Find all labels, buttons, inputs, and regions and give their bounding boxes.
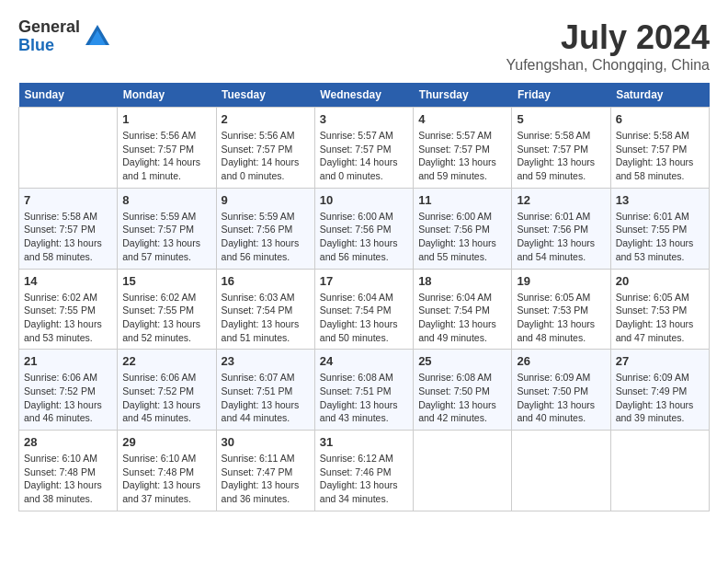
day-number: 20 <box>616 274 704 288</box>
day-info: Sunrise: 5:58 AM Sunset: 7:57 PM Dayligh… <box>616 129 704 183</box>
column-header-saturday: Saturday <box>610 83 709 108</box>
column-header-monday: Monday <box>118 83 216 108</box>
day-cell: 23Sunrise: 6:07 AM Sunset: 7:51 PM Dayli… <box>216 350 314 431</box>
day-cell: 1Sunrise: 5:56 AM Sunset: 7:57 PM Daylig… <box>118 108 216 189</box>
day-number: 13 <box>616 193 704 207</box>
day-cell: 19Sunrise: 6:05 AM Sunset: 7:53 PM Dayli… <box>512 269 610 350</box>
day-number: 26 <box>517 354 605 368</box>
day-info: Sunrise: 6:06 AM Sunset: 7:52 PM Dayligh… <box>24 371 112 425</box>
day-info: Sunrise: 6:00 AM Sunset: 7:56 PM Dayligh… <box>418 210 506 264</box>
day-info: Sunrise: 5:58 AM Sunset: 7:57 PM Dayligh… <box>517 129 605 183</box>
day-info: Sunrise: 5:56 AM Sunset: 7:57 PM Dayligh… <box>122 129 210 183</box>
day-number: 27 <box>616 354 704 368</box>
week-row-5: 28Sunrise: 6:10 AM Sunset: 7:48 PM Dayli… <box>19 431 710 511</box>
day-info: Sunrise: 5:57 AM Sunset: 7:57 PM Dayligh… <box>320 129 408 183</box>
day-cell: 14Sunrise: 6:02 AM Sunset: 7:55 PM Dayli… <box>19 269 118 350</box>
day-cell: 31Sunrise: 6:12 AM Sunset: 7:46 PM Dayli… <box>314 431 413 511</box>
day-cell: 21Sunrise: 6:06 AM Sunset: 7:52 PM Dayli… <box>19 350 118 431</box>
day-number: 29 <box>122 435 210 449</box>
day-info: Sunrise: 6:00 AM Sunset: 7:56 PM Dayligh… <box>320 210 408 264</box>
day-cell: 7Sunrise: 5:58 AM Sunset: 7:57 PM Daylig… <box>19 188 118 269</box>
day-info: Sunrise: 6:04 AM Sunset: 7:54 PM Dayligh… <box>418 291 506 345</box>
day-number: 25 <box>418 354 506 368</box>
day-cell: 13Sunrise: 6:01 AM Sunset: 7:55 PM Dayli… <box>610 188 709 269</box>
day-cell <box>414 431 512 511</box>
day-cell: 8Sunrise: 5:59 AM Sunset: 7:57 PM Daylig… <box>118 188 216 269</box>
day-info: Sunrise: 6:05 AM Sunset: 7:53 PM Dayligh… <box>517 291 605 345</box>
day-info: Sunrise: 6:01 AM Sunset: 7:56 PM Dayligh… <box>517 210 605 264</box>
day-cell: 28Sunrise: 6:10 AM Sunset: 7:48 PM Dayli… <box>19 431 118 511</box>
day-info: Sunrise: 5:56 AM Sunset: 7:57 PM Dayligh… <box>222 129 310 183</box>
logo-general: General <box>18 18 80 37</box>
day-info: Sunrise: 6:09 AM Sunset: 7:49 PM Dayligh… <box>616 371 704 425</box>
day-cell: 30Sunrise: 6:11 AM Sunset: 7:47 PM Dayli… <box>216 431 314 511</box>
day-info: Sunrise: 6:01 AM Sunset: 7:55 PM Dayligh… <box>616 210 704 264</box>
day-number: 16 <box>222 274 310 288</box>
day-number: 24 <box>320 354 408 368</box>
location-title: Yufengshan, Chongqing, China <box>506 57 710 74</box>
day-cell: 4Sunrise: 5:57 AM Sunset: 7:57 PM Daylig… <box>414 108 512 189</box>
day-number: 4 <box>418 112 506 126</box>
column-header-thursday: Thursday <box>414 83 512 108</box>
day-cell: 27Sunrise: 6:09 AM Sunset: 7:49 PM Dayli… <box>610 350 709 431</box>
day-number: 5 <box>517 112 605 126</box>
calendar-table: SundayMondayTuesdayWednesdayThursdayFrid… <box>18 83 710 511</box>
day-number: 28 <box>24 435 112 449</box>
day-cell: 12Sunrise: 6:01 AM Sunset: 7:56 PM Dayli… <box>512 188 610 269</box>
day-info: Sunrise: 6:10 AM Sunset: 7:48 PM Dayligh… <box>24 452 112 506</box>
column-header-friday: Friday <box>512 83 610 108</box>
column-header-tuesday: Tuesday <box>216 83 314 108</box>
day-cell: 5Sunrise: 5:58 AM Sunset: 7:57 PM Daylig… <box>512 108 610 189</box>
day-number: 15 <box>122 274 210 288</box>
day-info: Sunrise: 6:05 AM Sunset: 7:53 PM Dayligh… <box>616 291 704 345</box>
day-number: 22 <box>122 354 210 368</box>
day-info: Sunrise: 6:02 AM Sunset: 7:55 PM Dayligh… <box>24 291 112 345</box>
day-cell: 15Sunrise: 6:02 AM Sunset: 7:55 PM Dayli… <box>118 269 216 350</box>
column-header-wednesday: Wednesday <box>314 83 413 108</box>
day-number: 3 <box>320 112 408 126</box>
day-number: 14 <box>24 274 112 288</box>
day-number: 11 <box>418 193 506 207</box>
day-number: 12 <box>517 193 605 207</box>
day-cell: 2Sunrise: 5:56 AM Sunset: 7:57 PM Daylig… <box>216 108 314 189</box>
day-number: 21 <box>24 354 112 368</box>
day-number: 31 <box>320 435 408 449</box>
day-info: Sunrise: 5:59 AM Sunset: 7:57 PM Dayligh… <box>122 210 210 264</box>
day-cell: 17Sunrise: 6:04 AM Sunset: 7:54 PM Dayli… <box>314 269 413 350</box>
day-number: 10 <box>320 193 408 207</box>
day-info: Sunrise: 6:11 AM Sunset: 7:47 PM Dayligh… <box>222 452 310 506</box>
day-number: 6 <box>616 112 704 126</box>
page-header: General Blue July 2024 Yufengshan, Chong… <box>18 18 710 74</box>
day-number: 30 <box>222 435 310 449</box>
day-number: 2 <box>222 112 310 126</box>
week-row-4: 21Sunrise: 6:06 AM Sunset: 7:52 PM Dayli… <box>19 350 710 431</box>
day-info: Sunrise: 6:08 AM Sunset: 7:50 PM Dayligh… <box>418 371 506 425</box>
day-info: Sunrise: 5:59 AM Sunset: 7:56 PM Dayligh… <box>222 210 310 264</box>
calendar-header-row: SundayMondayTuesdayWednesdayThursdayFrid… <box>19 83 710 108</box>
day-number: 1 <box>122 112 210 126</box>
day-number: 9 <box>222 193 310 207</box>
column-header-sunday: Sunday <box>19 83 118 108</box>
day-info: Sunrise: 6:10 AM Sunset: 7:48 PM Dayligh… <box>122 452 210 506</box>
day-cell: 29Sunrise: 6:10 AM Sunset: 7:48 PM Dayli… <box>118 431 216 511</box>
day-cell: 24Sunrise: 6:08 AM Sunset: 7:51 PM Dayli… <box>314 350 413 431</box>
week-row-2: 7Sunrise: 5:58 AM Sunset: 7:57 PM Daylig… <box>19 188 710 269</box>
title-block: July 2024 Yufengshan, Chongqing, China <box>506 18 710 74</box>
logo-icon <box>84 23 111 51</box>
day-info: Sunrise: 6:06 AM Sunset: 7:52 PM Dayligh… <box>122 371 210 425</box>
day-info: Sunrise: 6:09 AM Sunset: 7:50 PM Dayligh… <box>517 371 605 425</box>
day-cell: 25Sunrise: 6:08 AM Sunset: 7:50 PM Dayli… <box>414 350 512 431</box>
day-info: Sunrise: 6:02 AM Sunset: 7:55 PM Dayligh… <box>122 291 210 345</box>
logo: General Blue <box>18 18 111 55</box>
day-number: 18 <box>418 274 506 288</box>
day-cell: 6Sunrise: 5:58 AM Sunset: 7:57 PM Daylig… <box>610 108 709 189</box>
day-info: Sunrise: 6:03 AM Sunset: 7:54 PM Dayligh… <box>222 291 310 345</box>
day-cell: 11Sunrise: 6:00 AM Sunset: 7:56 PM Dayli… <box>414 188 512 269</box>
day-cell <box>610 431 709 511</box>
day-cell: 18Sunrise: 6:04 AM Sunset: 7:54 PM Dayli… <box>414 269 512 350</box>
logo-blue: Blue <box>18 37 80 55</box>
day-number: 8 <box>122 193 210 207</box>
day-cell <box>512 431 610 511</box>
day-number: 7 <box>24 193 112 207</box>
day-number: 17 <box>320 274 408 288</box>
